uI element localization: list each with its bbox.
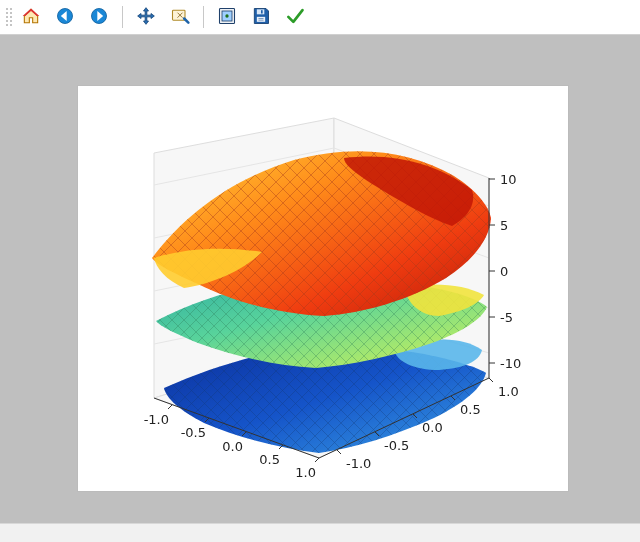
z-axis-ticks: [489, 179, 495, 363]
save-icon: [251, 6, 271, 29]
y-tick-label: 0.0: [422, 420, 443, 435]
figure-canvas-area: -1.0 -0.5 0.0 0.5 1.0 -1.0 -0.5: [0, 35, 640, 523]
forward-button[interactable]: [84, 3, 114, 31]
svg-line-25: [168, 405, 172, 409]
toolbar-separator: [203, 6, 204, 28]
matplotlib-window: -1.0 -0.5 0.0 0.5 1.0 -1.0 -0.5: [0, 0, 640, 542]
home-button[interactable]: [16, 3, 46, 31]
z-tick-label: 0: [500, 264, 508, 279]
back-icon: [55, 6, 75, 29]
subplots-icon: [217, 6, 237, 29]
z-tick-label: 5: [500, 218, 508, 233]
x-tick-label: -1.0: [144, 412, 169, 427]
z-tick-label: -10: [500, 356, 521, 371]
svg-rect-8: [257, 16, 265, 21]
svg-point-5: [225, 14, 228, 17]
axes-3d[interactable]: -1.0 -0.5 0.0 0.5 1.0 -1.0 -0.5: [94, 98, 552, 480]
x-tick-label: 0.5: [259, 452, 280, 467]
y-tick-label: 1.0: [498, 384, 519, 399]
confirm-button[interactable]: [280, 3, 310, 31]
figure[interactable]: -1.0 -0.5 0.0 0.5 1.0 -1.0 -0.5: [78, 86, 568, 491]
save-button[interactable]: [246, 3, 276, 31]
status-bar: [0, 523, 640, 542]
y-tick-label: -0.5: [384, 438, 409, 453]
zoom-button[interactable]: [165, 3, 195, 31]
toolbar-grip: [4, 6, 12, 28]
subplots-button[interactable]: [212, 3, 242, 31]
x-tick-label: -0.5: [181, 425, 206, 440]
toolbar-separator: [122, 6, 123, 28]
svg-rect-7: [261, 10, 263, 13]
pan-button[interactable]: [131, 3, 161, 31]
svg-line-30: [337, 450, 341, 454]
x-tick-label: 1.0: [295, 465, 316, 480]
back-button[interactable]: [50, 3, 80, 31]
y-tick-label: -1.0: [346, 456, 371, 471]
home-icon: [21, 6, 41, 29]
x-tick-label: 0.0: [222, 439, 243, 454]
z-tick-label: -5: [500, 310, 513, 325]
svg-line-34: [489, 378, 493, 382]
zoom-rect-icon: [170, 6, 190, 29]
forward-icon: [89, 6, 109, 29]
svg-line-29: [315, 458, 319, 462]
z-tick-label: 10: [500, 172, 517, 187]
pan-icon: [136, 6, 156, 29]
svg-rect-6: [257, 9, 265, 14]
check-icon: [285, 6, 305, 29]
navigation-toolbar: [0, 0, 640, 35]
y-tick-label: 0.5: [460, 402, 481, 417]
